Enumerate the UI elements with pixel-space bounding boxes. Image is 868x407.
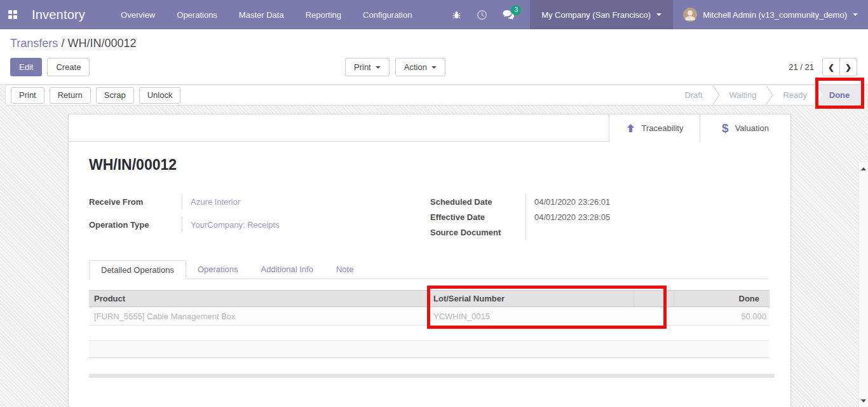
breadcrumb-transfers-link[interactable]: Transfers xyxy=(10,37,58,50)
caret-down-icon xyxy=(376,66,381,69)
chevron-right-icon xyxy=(712,85,720,105)
print-button[interactable]: Print xyxy=(11,87,44,104)
breadcrumb-separator: / xyxy=(61,37,64,50)
chevron-right-icon xyxy=(766,85,773,105)
create-button[interactable]: Create xyxy=(47,58,90,76)
user-menu[interactable]: Mitchell Admin (v13_community_demo) xyxy=(673,0,868,29)
scheduled-date-value: 04/01/2020 23:26:01 xyxy=(526,194,742,209)
arrow-up-icon xyxy=(626,123,635,133)
activities-clock-icon[interactable] xyxy=(477,10,487,20)
effective-date-label: Effective Date xyxy=(430,209,526,224)
scrap-button[interactable]: Scrap xyxy=(96,87,134,104)
pager-previous-button[interactable]: ❮ xyxy=(822,58,840,76)
operation-type-label: Operation Type xyxy=(89,217,182,232)
menu-configuration[interactable]: Configuration xyxy=(363,10,412,20)
scroll-down-arrow-icon[interactable] xyxy=(861,399,866,403)
screen: Inventory Overview Operations Master Dat… xyxy=(0,0,868,407)
operation-type-value[interactable]: YourCompany: Receipts xyxy=(182,217,391,232)
tab-note[interactable]: Note xyxy=(325,260,365,279)
vertical-scrollbar[interactable] xyxy=(858,162,868,407)
menu-reporting[interactable]: Reporting xyxy=(306,10,341,20)
empty-list-stripe xyxy=(89,340,770,358)
caret-down-icon xyxy=(853,13,858,16)
app-name[interactable]: Inventory xyxy=(25,0,92,29)
content-area: Traceability $ Valuation WH/IN/00012 Rec… xyxy=(0,85,868,407)
debug-bug-icon[interactable] xyxy=(452,10,461,20)
source-document-value xyxy=(526,224,742,240)
button-box: Traceability $ Valuation xyxy=(69,114,790,142)
effective-date-value: 04/01/2020 23:28:05 xyxy=(526,209,742,224)
header-product: Product xyxy=(89,291,428,307)
cell-product: [FURN_5555] Cable Management Box xyxy=(89,307,428,325)
status-draft[interactable]: Draft xyxy=(675,90,712,100)
breadcrumb: Transfers / WH/IN/00012 xyxy=(10,37,136,50)
status-waiting[interactable]: Waiting xyxy=(720,90,766,100)
menu-overview[interactable]: Overview xyxy=(121,10,155,20)
cell-extra xyxy=(634,307,674,325)
field-groups: Receive From Azure Interior Operation Ty… xyxy=(89,194,771,240)
notebook-tabs: Detailed Operations Operations Additiona… xyxy=(89,260,768,279)
return-button[interactable]: Return xyxy=(50,87,91,104)
receive-from-value[interactable]: Azure Interior xyxy=(182,194,391,209)
scroll-up-arrow-icon[interactable] xyxy=(861,167,866,170)
top-menu: Overview Operations Master Data Reportin… xyxy=(121,0,412,29)
source-document-label: Source Document xyxy=(430,224,526,240)
cell-lot-serial-number: YCWHIN_0015 xyxy=(428,307,634,325)
table-row[interactable]: [FURN_5555] Cable Management Box YCWHIN_… xyxy=(89,307,770,326)
avatar xyxy=(683,8,697,22)
tab-operations[interactable]: Operations xyxy=(186,260,250,279)
detailed-operations-table: Product Lot/Serial Number Done [FURN_555… xyxy=(89,290,770,326)
header-extra xyxy=(634,291,674,307)
scheduled-date-label: Scheduled Date xyxy=(430,194,526,209)
table-header-row: Product Lot/Serial Number Done xyxy=(89,290,770,307)
header-lot-serial-number: Lot/Serial Number xyxy=(428,291,634,307)
company-switcher[interactable]: My Company (San Francisco) xyxy=(530,0,673,29)
company-name: My Company (San Francisco) xyxy=(541,10,651,20)
print-dropdown[interactable]: Print xyxy=(345,58,390,76)
messages-count-badge: 3 xyxy=(511,5,521,15)
receive-from-label: Receive From xyxy=(89,194,182,209)
apps-grid-icon xyxy=(8,10,17,19)
user-name: Mitchell Admin (v13_community_demo) xyxy=(703,10,847,20)
header-done: Done xyxy=(674,294,770,303)
dollar-icon: $ xyxy=(722,121,729,135)
traceability-button[interactable]: Traceability xyxy=(609,114,700,142)
status-pipeline: Draft Waiting Ready Done xyxy=(675,85,862,105)
apps-menu-button[interactable] xyxy=(0,0,25,29)
caret-down-icon xyxy=(431,66,437,69)
form-sheet: Traceability $ Valuation WH/IN/00012 Rec… xyxy=(68,114,791,407)
tab-additional-info[interactable]: Additional Info xyxy=(250,260,325,279)
valuation-button[interactable]: $ Valuation xyxy=(700,114,790,142)
top-navbar: Inventory Overview Operations Master Dat… xyxy=(0,0,868,29)
menu-operations[interactable]: Operations xyxy=(177,10,217,20)
menu-master-data[interactable]: Master Data xyxy=(239,10,284,20)
caret-down-icon xyxy=(656,13,661,16)
list-bottom-bar xyxy=(89,374,775,378)
breadcrumb-current: WH/IN/00012 xyxy=(67,37,136,50)
status-ready[interactable]: Ready xyxy=(773,90,817,100)
status-done-active[interactable]: Done xyxy=(817,85,862,105)
tab-detailed-operations[interactable]: Detailed Operations xyxy=(89,260,186,279)
pager-count: 21 / 21 xyxy=(789,62,814,72)
edit-button[interactable]: Edit xyxy=(10,58,42,76)
control-panel: Transfers / WH/IN/00012 Edit Create Prin… xyxy=(0,29,868,85)
unlock-button[interactable]: Unlock xyxy=(139,87,181,104)
pager-next-button[interactable]: ❯ xyxy=(839,58,857,76)
cell-done-qty: 50.000 xyxy=(674,312,770,321)
messages-chat-icon[interactable]: 3 xyxy=(503,10,515,20)
action-dropdown[interactable]: Action xyxy=(395,58,445,76)
record-title: WH/IN/00012 xyxy=(89,156,177,174)
form-statusbar: Print Return Scrap Unlock Draft Waiting … xyxy=(5,85,863,106)
